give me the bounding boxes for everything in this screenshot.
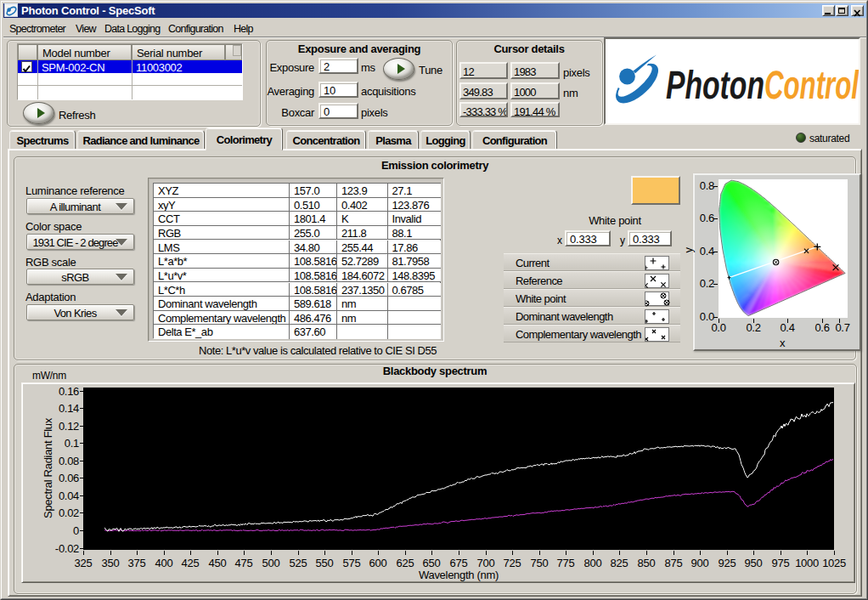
svg-text:Photon: Photon bbox=[666, 62, 764, 107]
svg-text:Control: Control bbox=[764, 62, 859, 107]
